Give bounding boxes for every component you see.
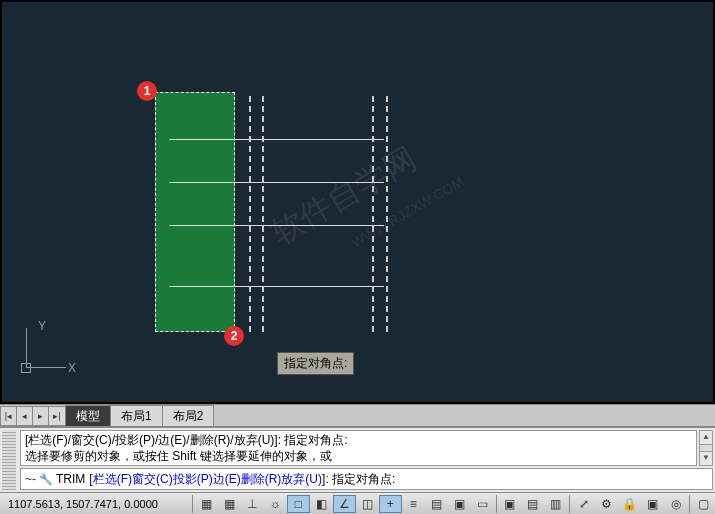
tab-last-button[interactable]: ▸|	[49, 407, 65, 425]
ucs-x-label: X	[68, 361, 76, 375]
osnap-button[interactable]: □	[287, 495, 310, 513]
command-prompt-icon: ~- 🔧	[25, 472, 53, 486]
opt-edge[interactable]: 边(E)	[213, 471, 241, 488]
drawing-canvas[interactable]: 软件自学网 WWW.RJZXW.COM 1 2 指定对角点: Y X	[0, 0, 715, 404]
annoscale-button[interactable]: ⤢	[572, 495, 595, 513]
command-history[interactable]: [栏选(F)/窗交(C)/投影(P)/边(E)/删除(R)/放弃(U)]: 指定…	[20, 430, 697, 466]
quickview-drawings-button[interactable]: ▥	[544, 495, 567, 513]
command-input[interactable]: ~- 🔧 TRIM [ 栏选(F) 窗交(C) 投影(P) 边(E) 删除(R)…	[20, 468, 713, 490]
hline-3	[169, 225, 384, 226]
vline-3	[372, 96, 374, 332]
lineweight-button[interactable]: ≡	[402, 495, 425, 513]
opt-erase[interactable]: 删除(R)	[241, 471, 282, 488]
dyn-button[interactable]: +	[379, 495, 402, 513]
opt-project[interactable]: 投影(P)	[173, 471, 213, 488]
command-name: TRIM	[56, 472, 85, 486]
tab-navigation: |◂ ◂ ▸ ▸|	[0, 406, 66, 426]
vline-4	[386, 96, 388, 332]
cursor-tooltip: 指定对角点:	[277, 352, 354, 375]
ducs-button[interactable]: ◫	[356, 495, 379, 513]
annotation-marker-1: 1	[137, 81, 157, 101]
hline-4	[169, 286, 384, 287]
model-button[interactable]: ▣	[499, 495, 522, 513]
command-suffix: : 指定对角点:	[325, 471, 395, 488]
osnap3d-button[interactable]: ◧	[310, 495, 333, 513]
command-history-line: 选择要修剪的对象，或按住 Shift 键选择要延伸的对象，或	[25, 448, 692, 464]
command-history-line: [栏选(F)/窗交(C)/投影(P)/边(E)/删除(R)/放弃(U)]: 指定…	[25, 432, 692, 448]
command-area: [栏选(F)/窗交(C)/投影(P)/边(E)/删除(R)/放弃(U)]: 指定…	[0, 426, 715, 492]
polar-button[interactable]: ☼	[264, 495, 287, 513]
scroll-down-icon[interactable]: ▼	[700, 451, 712, 465]
lock-button[interactable]: 🔒	[618, 495, 641, 513]
cleanscreen-button[interactable]: ▢	[692, 495, 715, 513]
selection-window	[155, 92, 235, 332]
qp-button[interactable]: ▣	[448, 495, 471, 513]
watermark-url: WWW.RJZXW.COM	[348, 173, 466, 250]
quickview-layouts-button[interactable]: ▤	[521, 495, 544, 513]
opt-fence[interactable]: 栏选(F)	[93, 471, 132, 488]
workspace-button[interactable]: ⚙	[595, 495, 618, 513]
hline-2	[169, 182, 384, 183]
status-bar: 1107.5613, 1507.7471, 0.0000 ▦ ▦ ⊥ ☼ □ ◧…	[0, 492, 715, 514]
grid-button[interactable]: ▦	[218, 495, 241, 513]
otrack-button[interactable]: ∠	[333, 495, 356, 513]
tab-first-button[interactable]: |◂	[1, 407, 17, 425]
ucs-y-label: Y	[38, 319, 46, 333]
watermark: 软件自学网	[264, 137, 425, 255]
command-drag-handle[interactable]	[2, 430, 16, 490]
tab-layout2[interactable]: 布局2	[162, 405, 215, 427]
tab-next-button[interactable]: ▸	[33, 407, 49, 425]
transparency-button[interactable]: ▤	[425, 495, 448, 513]
coordinate-readout[interactable]: 1107.5613, 1507.7471, 0.0000	[0, 498, 190, 510]
hardware-accel-button[interactable]: ▣	[641, 495, 664, 513]
sc-button[interactable]: ▭	[471, 495, 494, 513]
vline-2	[262, 96, 264, 332]
scroll-up-icon[interactable]: ▲	[700, 431, 712, 445]
hline-1	[169, 139, 384, 140]
layout-tab-bar: |◂ ◂ ▸ ▸| 模型 布局1 布局2	[0, 404, 715, 426]
snap-mode-button[interactable]: ▦	[195, 495, 218, 513]
ortho-button[interactable]: ⊥	[241, 495, 264, 513]
vline-1	[249, 96, 251, 332]
tab-layout1[interactable]: 布局1	[110, 405, 163, 427]
tab-prev-button[interactable]: ◂	[17, 407, 33, 425]
annotation-marker-2: 2	[224, 326, 244, 346]
opt-undo[interactable]: 放弃(U)	[281, 471, 322, 488]
isolate-button[interactable]: ◎	[664, 495, 687, 513]
opt-crossing[interactable]: 窗交(C)	[132, 471, 173, 488]
command-scrollbar[interactable]: ▲ ▼	[699, 430, 713, 466]
tab-model[interactable]: 模型	[65, 405, 111, 427]
wrench-icon: 🔧	[39, 473, 53, 486]
